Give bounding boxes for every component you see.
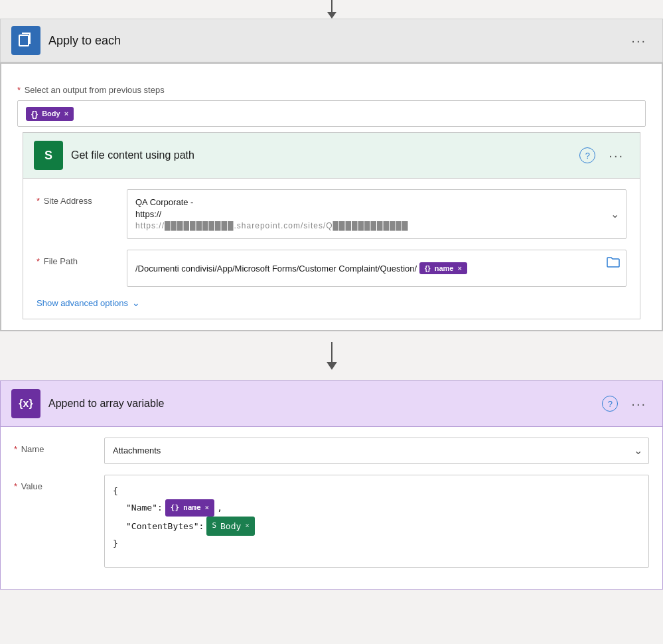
arrow-down (327, 342, 337, 370)
show-advanced-row: Show advanced options ⌄ (37, 297, 626, 308)
name-token-close[interactable]: × (457, 264, 461, 272)
code-close: } (113, 536, 640, 551)
site-address-chevron: ⌄ (611, 206, 619, 221)
required-star: * (17, 85, 21, 95)
name-row: * Name Attachments ⌄ (14, 438, 649, 464)
apply-each-header: Apply to each ··· (0, 19, 663, 62)
name-label: * Name (14, 438, 94, 454)
value-row: * Value { "Name": {} name × (14, 475, 649, 568)
get-file-content-card: S Get file content using path ? ··· * Si… (23, 132, 640, 319)
append-array-card: {x} Append to array variable ? ··· * Nam… (0, 380, 663, 590)
body-token-value: S Body × (206, 517, 255, 536)
name-token-filepath: {} name × (419, 262, 467, 274)
value-label: * Value (14, 475, 94, 491)
get-file-content-header: S Get file content using path ? ··· (23, 133, 640, 179)
file-path-input[interactable]: /Documenti condivisi/App/Microsoft Forms… (127, 250, 626, 287)
append-body: * Name Attachments ⌄ * Value (1, 427, 662, 589)
value-input[interactable]: { "Name": {} name × , "Conte (104, 475, 649, 568)
body-token-close[interactable]: × (64, 110, 68, 118)
folder-icon[interactable] (607, 256, 620, 272)
append-title: Append to array variable (48, 398, 594, 410)
arrow-connector (0, 331, 663, 380)
apply-each-body: * Select an output from previous steps {… (0, 62, 663, 331)
file-path-input-wrapper: /Documenti condivisi/App/Microsoft Forms… (127, 250, 626, 287)
append-header: {x} Append to array variable ? ··· (1, 381, 662, 427)
append-icon: {x} (11, 389, 40, 418)
site-address-label: * Site Address (37, 189, 116, 206)
site-address-row: * Site Address QA Corporate - https:// h… (37, 189, 626, 239)
code-contentbytes-line: "ContentBytes": S Body × (113, 517, 640, 536)
name-chevron: ⌄ (634, 443, 642, 458)
svg-rect-0 (19, 35, 29, 46)
site-address-input-wrapper: QA Corporate - https:// https://████████… (127, 189, 626, 239)
file-path-row: * File Path /Documenti condivisi/App/Mic… (37, 250, 626, 287)
code-name-line: "Name": {} name × , (113, 499, 640, 517)
sharepoint-icon: S (34, 141, 63, 170)
body-token-value-close[interactable]: × (245, 519, 250, 532)
name-dropdown[interactable]: Attachments ⌄ (104, 438, 649, 464)
name-input-wrapper: Attachments ⌄ (104, 438, 649, 464)
get-file-content-title: Get file content using path (71, 149, 571, 161)
value-input-wrapper: { "Name": {} name × , "Conte (104, 475, 649, 568)
show-advanced-chevron: ⌄ (132, 297, 140, 308)
file-path-label: * File Path (37, 250, 116, 266)
name-token-value: {} name × (165, 499, 214, 517)
get-file-content-more-options[interactable]: ··· (603, 145, 629, 166)
select-output-label: * Select an output from previous steps (17, 85, 646, 95)
apply-each-more-options[interactable]: ··· (626, 31, 652, 51)
select-output-section: * Select an output from previous steps {… (12, 74, 651, 132)
append-more-options[interactable]: ··· (626, 394, 652, 414)
site-address-dropdown[interactable]: QA Corporate - https:// https://████████… (127, 189, 626, 239)
append-help[interactable]: ? (602, 396, 618, 412)
apply-each-title: Apply to each (48, 34, 618, 48)
code-open: { (113, 483, 640, 499)
outer-container: Apply to each ··· * Select an output fro… (0, 0, 663, 590)
site-address-value: QA Corporate - https:// https://████████… (135, 197, 602, 232)
apply-each-icon (11, 26, 40, 55)
show-advanced-button[interactable]: Show advanced options ⌄ (37, 297, 140, 308)
get-file-content-help[interactable]: ? (579, 147, 595, 163)
name-token-value-close[interactable]: × (205, 501, 210, 515)
top-connector-arrow (0, 0, 663, 19)
body-token: {} Body × (26, 107, 74, 121)
get-file-content-body: * Site Address QA Corporate - https:// h… (23, 179, 640, 319)
select-output-input[interactable]: {} Body × (17, 100, 646, 127)
